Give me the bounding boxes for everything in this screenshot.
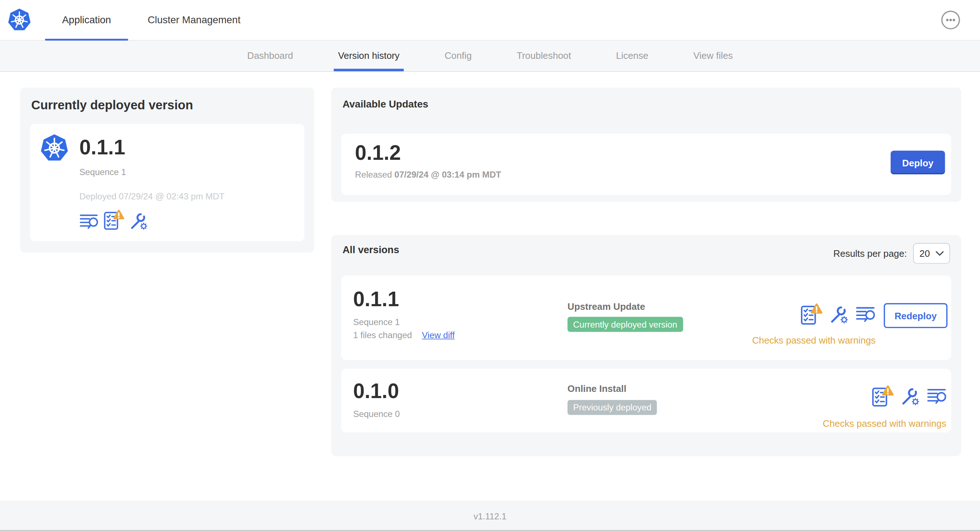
tab-cluster-management[interactable]: Cluster Management [140,0,248,40]
subnav-version-history-label: Version history [338,50,399,60]
active-subnav-indicator [334,68,404,71]
view-diff-link[interactable]: View diff [422,330,455,340]
released-prefix: Released [355,169,392,180]
checks-status-text[interactable]: Checks passed with warnings [823,418,946,429]
subnav-troubleshoot-label: Troubleshoot [517,50,571,60]
files-changed-label: 1 files changed [353,330,412,340]
version-row-0-1-1: 0.1.1 Sequence 1 1 files changed View di… [341,276,951,360]
row-version-number: 0.1.1 [353,287,399,312]
subnav-view-files-label: View files [694,50,733,60]
row-sequence: Sequence 1 [353,317,400,327]
subnav-license-label: License [616,50,648,60]
all-versions-title: All versions [342,245,399,256]
subnav-item-version-history[interactable]: Version history [338,40,399,71]
row-source-type: Upstream Update [567,301,645,312]
app-footer: v1.112.1 [0,501,980,531]
subnav-item-view-files[interactable]: View files [694,40,733,71]
tab-cluster-management-label: Cluster Management [148,14,240,25]
release-notes-icon[interactable] [80,213,99,231]
chevron-down-icon [936,251,944,256]
top-nav: Application Cluster Management [0,0,980,41]
config-icon[interactable] [129,212,148,231]
console-version: v1.112.1 [474,511,507,521]
available-updates-panel: Available Updates 0.1.2 Released 07/29/2… [331,87,961,202]
ellipsis-icon [943,12,959,28]
checks-status-text[interactable]: Checks passed with warnings [752,335,876,345]
overflow-menu-button[interactable] [941,11,960,29]
status-badge: Currently deployed version [567,317,683,332]
subnav-dashboard-label: Dashboard [247,50,293,60]
update-released-timestamp: Released 07/29/24 @ 03:14 pm MDT [355,169,951,180]
subnav-item-troubleshoot[interactable]: Troubleshoot [517,40,571,71]
update-card: 0.1.2 Released 07/29/24 @ 03:14 pm MDT D… [341,134,951,195]
results-per-page-value: 20 [920,248,930,259]
preflight-checks-warning-icon[interactable] [103,209,124,231]
currently-deployed-title: Currently deployed version [31,98,193,113]
version-row-0-1-0: 0.1.0 Sequence 0 Online Install Previous… [341,369,951,432]
subnav-config-label: Config [445,50,472,60]
update-version-number: 0.1.2 [355,140,951,166]
app-sub-nav: Dashboard Version history Config Trouble… [0,40,980,72]
deployed-sequence: Sequence 1 [80,167,224,177]
released-date: 07/29/24 @ 03:14 pm MDT [395,169,501,180]
available-updates-title: Available Updates [342,99,428,110]
deployed-version-card: 0.1.1 Sequence 1 Deployed 07/29/24 @ 02:… [30,124,304,241]
release-notes-icon[interactable] [927,387,946,405]
status-badge: Previously deployed [567,400,657,415]
preflight-checks-warning-icon[interactable] [800,303,822,326]
active-tab-indicator [45,39,128,41]
config-icon[interactable] [829,305,848,324]
app-screen: Application Cluster Management Dashboard… [0,0,980,531]
kubernetes-logo-icon [8,8,31,32]
config-icon[interactable] [900,386,920,406]
currently-deployed-panel: Currently deployed version 0.1.1 Sequenc… [20,87,314,253]
subnav-item-dashboard[interactable]: Dashboard [247,40,293,71]
subnav-item-license[interactable]: License [616,40,648,71]
deployed-timestamp: Deployed 07/29/24 @ 02:43 pm MDT [80,191,224,202]
deployed-version-number: 0.1.1 [80,134,224,161]
results-per-page-label: Results per page: [833,248,907,259]
row-files-changed: 1 files changed View diff [353,330,455,340]
redeploy-button[interactable]: Redeploy [884,303,948,328]
kubernetes-app-icon [40,134,68,162]
results-per-page-select[interactable]: 20 [913,243,950,264]
row-version-number: 0.1.0 [353,379,399,404]
tab-application-label: Application [62,14,111,25]
all-versions-panel: All versions Results per page: 20 0.1.1 … [331,235,961,456]
row-sequence: Sequence 0 [353,409,400,419]
row-source-type: Online Install [567,383,626,394]
deploy-button[interactable]: Deploy [891,151,945,174]
tab-application[interactable]: Application [45,0,128,40]
subnav-item-config[interactable]: Config [445,40,472,71]
release-notes-icon[interactable] [856,305,875,324]
preflight-checks-warning-icon[interactable] [872,385,894,407]
